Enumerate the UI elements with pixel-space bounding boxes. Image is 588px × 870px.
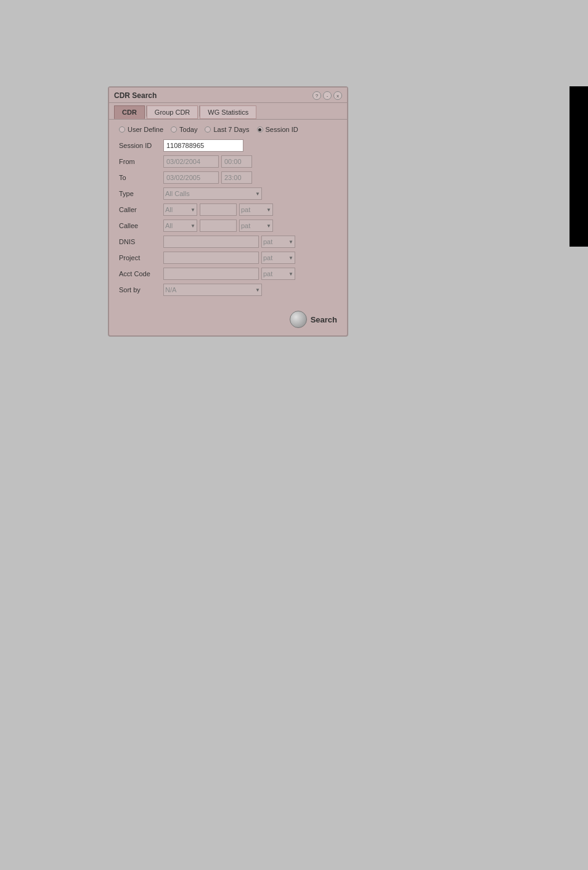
title-bar: CDR Search ? - x xyxy=(109,88,347,103)
dnis-label: DNIS xyxy=(119,238,163,245)
to-row: To xyxy=(119,171,337,184)
search-sphere-icon xyxy=(290,311,307,328)
radio-circle-user-define xyxy=(119,126,125,133)
caller-select1[interactable]: All xyxy=(163,203,197,216)
radio-circle-today xyxy=(171,126,177,133)
from-time-input[interactable] xyxy=(221,155,252,168)
radio-user-define[interactable]: User Define xyxy=(119,126,163,133)
from-row: From xyxy=(119,155,337,168)
dnis-row: DNIS pat xyxy=(119,236,337,248)
caller-inputs: All pat xyxy=(163,203,273,216)
type-label: Type xyxy=(119,190,163,197)
to-date-input[interactable] xyxy=(163,171,219,184)
dnis-pat-wrapper: pat xyxy=(261,236,295,248)
search-button[interactable]: Search xyxy=(290,311,337,328)
acct-code-pat-wrapper: pat xyxy=(261,268,295,280)
caller-label: Caller xyxy=(119,206,163,213)
session-id-label: Session ID xyxy=(119,142,163,149)
cdr-search-window: CDR Search ? - x CDR Group CDR WG Statis… xyxy=(108,86,348,337)
project-inputs: pat xyxy=(163,252,295,264)
radio-label-today: Today xyxy=(179,126,197,133)
session-id-input[interactable] xyxy=(163,139,243,152)
dnis-pat-select[interactable]: pat xyxy=(261,236,295,248)
footer-row: Search xyxy=(109,306,347,328)
project-label: Project xyxy=(119,254,163,261)
session-id-row: Session ID xyxy=(119,139,337,152)
black-bar xyxy=(570,86,588,247)
tab-cdr[interactable]: CDR xyxy=(114,105,145,119)
acct-code-pat-select[interactable]: pat xyxy=(261,268,295,280)
callee-pat-wrapper: pat xyxy=(239,220,273,232)
project-row: Project pat xyxy=(119,252,337,264)
to-time-input[interactable] xyxy=(221,171,252,184)
callee-row: Callee All pat xyxy=(119,220,337,232)
radio-circle-last-7-days xyxy=(205,126,211,133)
type-select-wrapper: All Calls xyxy=(163,187,262,200)
radio-label-session-id: Session ID xyxy=(266,126,298,133)
type-row: Type All Calls xyxy=(119,187,337,200)
project-pat-wrapper: pat xyxy=(261,252,295,264)
acct-code-row: Acct Code pat xyxy=(119,268,337,280)
to-label: To xyxy=(119,174,163,181)
help-button[interactable]: ? xyxy=(312,91,321,100)
caller-text-input[interactable] xyxy=(200,203,237,216)
acct-code-inputs: pat xyxy=(163,268,295,280)
caller-select1-wrapper: All xyxy=(163,203,197,216)
sort-by-select-wrapper: N/A xyxy=(163,284,262,296)
callee-text-input[interactable] xyxy=(200,220,237,232)
callee-select1-wrapper: All xyxy=(163,220,197,232)
dnis-inputs: pat xyxy=(163,236,295,248)
tab-wg-statistics[interactable]: WG Statistics xyxy=(200,105,256,119)
from-date-input[interactable] xyxy=(163,155,219,168)
callee-inputs: All pat xyxy=(163,220,273,232)
window-title: CDR Search xyxy=(114,91,157,100)
callee-label: Callee xyxy=(119,222,163,229)
form-body: User Define Today Last 7 Days Session ID… xyxy=(109,120,347,306)
radio-session-id[interactable]: Session ID xyxy=(257,126,298,133)
radio-today[interactable]: Today xyxy=(171,126,197,133)
callee-select1[interactable]: All xyxy=(163,220,197,232)
from-label: From xyxy=(119,158,163,165)
tab-group-cdr[interactable]: Group CDR xyxy=(147,105,198,119)
project-pat-select[interactable]: pat xyxy=(261,252,295,264)
radio-last-7-days[interactable]: Last 7 Days xyxy=(205,126,249,133)
tab-bar: CDR Group CDR WG Statistics xyxy=(109,103,347,120)
radio-label-user-define: User Define xyxy=(128,126,163,133)
title-bar-buttons: ? - x xyxy=(312,91,342,100)
caller-pat-select[interactable]: pat xyxy=(239,203,273,216)
callee-pat-select[interactable]: pat xyxy=(239,220,273,232)
search-button-label: Search xyxy=(311,315,337,324)
caller-pat-wrapper: pat xyxy=(239,203,273,216)
acct-code-text-input[interactable] xyxy=(163,268,259,280)
close-button[interactable]: x xyxy=(333,91,342,100)
sort-by-row: Sort by N/A xyxy=(119,284,337,296)
sort-by-label: Sort by xyxy=(119,286,163,293)
radio-row: User Define Today Last 7 Days Session ID xyxy=(119,126,337,133)
caller-row: Caller All pat xyxy=(119,203,337,216)
radio-circle-session-id xyxy=(257,126,263,133)
sort-by-select[interactable]: N/A xyxy=(163,284,262,296)
acct-code-label: Acct Code xyxy=(119,270,163,277)
project-text-input[interactable] xyxy=(163,252,259,264)
radio-label-last-7-days: Last 7 Days xyxy=(213,126,249,133)
type-select[interactable]: All Calls xyxy=(163,187,262,200)
dnis-text-input[interactable] xyxy=(163,236,259,248)
minimize-button[interactable]: - xyxy=(323,91,332,100)
